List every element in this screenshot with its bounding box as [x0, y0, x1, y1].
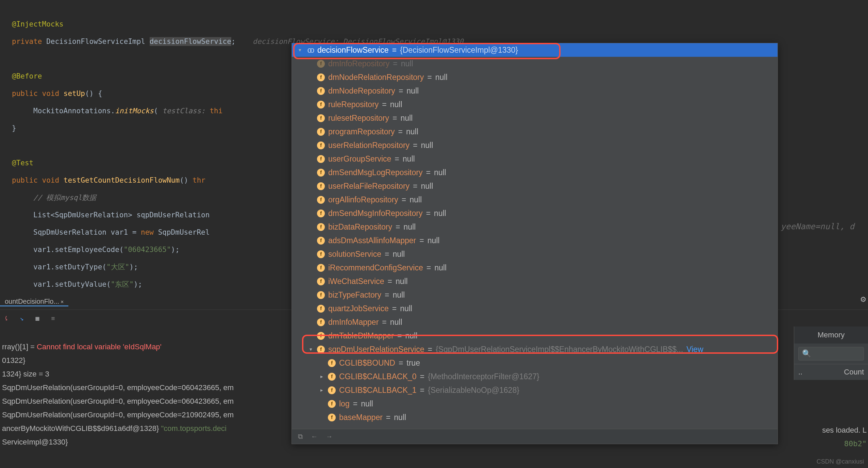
line-inject-mocks: @InjectMocks [12, 16, 856, 33]
field-icon: f [317, 169, 325, 177]
field-icon: f [317, 155, 325, 163]
copy-icon[interactable]: ⧉ [298, 433, 303, 440]
popup-field-row[interactable]: fadsDmAsstAllinfoMapper = null [292, 234, 778, 247]
settings-gear-icon[interactable]: ⚙ [861, 294, 866, 304]
popup-root-row[interactable]: ▾ oo decisionFlowService = {DecisionFlow… [292, 43, 778, 57]
popup-child-row[interactable]: fbaseMapper = null [292, 411, 778, 424]
object-icon: oo [306, 46, 314, 54]
popup-field-row[interactable]: fdmNodeRelationRepository = null [292, 70, 778, 84]
field-icon: f [317, 264, 325, 272]
popup-child-row[interactable]: ▸fCGLIB$CALLBACK_0 = {MethodInterceptorF… [292, 370, 778, 383]
field-icon: f [328, 386, 336, 394]
popup-field-row[interactable]: fdmInfoMapper = null [292, 315, 778, 329]
popup-field-row[interactable]: fdmTableDtlMapper = null [292, 329, 778, 342]
forward-arrow-icon[interactable]: → [326, 433, 333, 440]
memory-panel[interactable]: Memory 🔍 .. Count [794, 327, 868, 380]
popup-field-row[interactable]: fdmSendMsgInfoRepository = null [292, 206, 778, 220]
popup-child-row[interactable]: fCGLIB$BOUND = true [292, 356, 778, 370]
field-icon: f [317, 346, 325, 353]
grid-icon[interactable]: ▦ [33, 314, 41, 322]
popup-field-row[interactable]: fbizDataRepository = null [292, 220, 778, 234]
selected-identifier: decisionFlowService [150, 37, 231, 46]
field-icon: f [317, 250, 325, 258]
field-icon: f [317, 87, 325, 95]
popup-field-row[interactable]: fdmNodeRepository = null [292, 84, 778, 98]
view-link[interactable]: View [686, 345, 703, 354]
popup-field-row[interactable]: frulesetRepository = null [292, 111, 778, 125]
field-icon: f [317, 305, 325, 313]
step-over-icon[interactable]: ⤹ [2, 314, 10, 322]
popup-field-row[interactable]: fuserGroupService = null [292, 152, 778, 166]
popup-sqp-row[interactable]: ▾ f sqpDmUserRelationService = {SqpDmUse… [292, 342, 778, 356]
chevron-down-icon[interactable]: ▾ [297, 47, 303, 53]
search-icon: 🔍 [802, 349, 811, 358]
popup-field-row[interactable]: fsolutionService = null [292, 247, 778, 261]
chevron-right-icon[interactable]: ▸ [319, 387, 324, 393]
popup-toolbar: ⧉ ← → [292, 429, 778, 444]
back-arrow-icon[interactable]: ← [311, 433, 318, 440]
popup-field-row[interactable]: fiRecommendConfigService = null [292, 261, 778, 274]
popup-child-row[interactable]: ▸fCGLIB$CALLBACK_1 = {SerializableNoOp@1… [292, 383, 778, 397]
popup-field-row[interactable]: fquartzJobService = null [292, 302, 778, 315]
field-icon: f [317, 237, 325, 245]
field-icon: f [317, 141, 325, 149]
field-icon: f [317, 196, 325, 204]
popup-field-row[interactable]: fruleRepository = null [292, 98, 778, 111]
memory-search-input[interactable]: 🔍 [798, 347, 864, 361]
chevron-down-icon[interactable]: ▾ [308, 346, 314, 352]
field-icon: f [328, 373, 336, 381]
watermark: CSDN @canxiusi [817, 458, 864, 465]
popup-field-row[interactable]: fdmSendMsgLogRepository = null [292, 166, 778, 179]
field-icon: f [317, 223, 325, 231]
popup-field-row[interactable]: fdmInfoRepository = null [292, 57, 778, 70]
field-icon: f [317, 318, 325, 326]
chevron-right-icon[interactable]: ▸ [319, 373, 324, 380]
right-truncated: ses loaded. L 80b2" [822, 423, 868, 451]
field-icon: f [317, 182, 325, 190]
popup-child-row[interactable]: flog = null [292, 397, 778, 411]
popup-field-row[interactable]: fprogramRepository = null [292, 125, 778, 138]
field-icon: f [317, 128, 325, 136]
popup-field-row[interactable]: fbizTypeFactory = null [292, 288, 778, 302]
field-icon: f [317, 73, 325, 81]
field-icon: f [317, 278, 325, 285]
popup-field-row[interactable]: forgAllinfoRepository = null [292, 193, 778, 206]
inline-hint-right: yeeName=null, d [781, 222, 854, 231]
memory-tab[interactable]: Memory [794, 327, 868, 344]
field-icon: f [328, 359, 336, 367]
variable-inspector-popup[interactable]: ▾ oo decisionFlowService = {DecisionFlow… [291, 43, 778, 444]
debug-tab[interactable]: ountDecisionFlo...× [0, 298, 68, 306]
field-icon: f [328, 414, 336, 421]
close-icon[interactable]: × [61, 299, 64, 305]
field-icon: f [328, 400, 336, 408]
popup-field-row[interactable]: fiWeChatService = null [292, 274, 778, 288]
field-icon: f [317, 114, 325, 122]
step-into-icon[interactable]: ↘ [18, 314, 26, 322]
memory-row: .. Count [794, 364, 868, 380]
field-icon: f [317, 101, 325, 108]
field-icon: f [317, 210, 325, 217]
settings-icon[interactable]: ≡ [49, 314, 57, 322]
popup-field-row[interactable]: fuserRelaFileRepository = null [292, 179, 778, 193]
debug-toolbar: ⤹ ↘ ▦ ≡ [0, 311, 57, 325]
field-icon: f [317, 291, 325, 299]
field-icon: f [317, 60, 325, 68]
popup-field-row[interactable]: fuserRelationRepository = null [292, 138, 778, 152]
field-icon: f [317, 332, 325, 340]
